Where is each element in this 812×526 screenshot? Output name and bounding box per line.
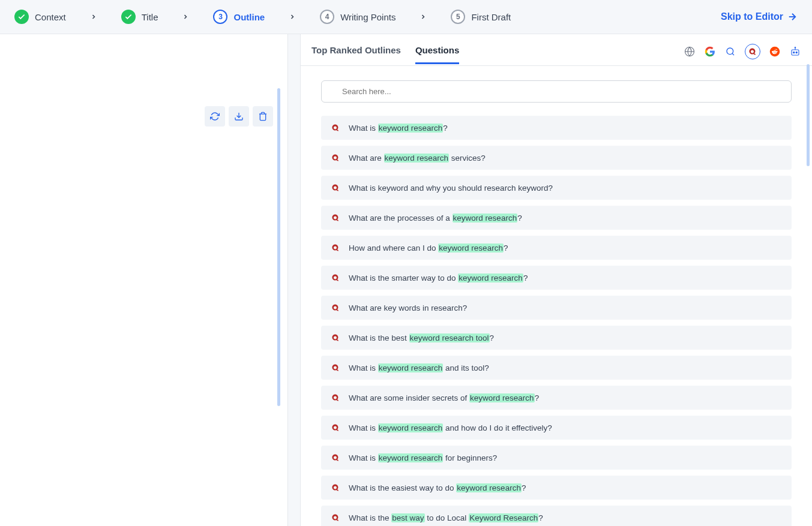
svg-point-4: [727, 48, 733, 55]
tab-questions[interactable]: Questions: [415, 45, 459, 64]
tabs: Top Ranked Outlines Questions: [311, 45, 684, 64]
chevron-right-icon: [289, 13, 296, 20]
quora-q-icon: [331, 183, 340, 193]
question-text: What are some insider secrets of keyword…: [349, 393, 539, 402]
source-filter-icons: [684, 44, 801, 65]
quora-q-icon: [331, 363, 340, 372]
question-text: What is keyword research and how do I do…: [349, 423, 552, 432]
step-label: Outline: [233, 12, 265, 22]
delete-button[interactable]: [253, 106, 273, 127]
check-icon: [121, 10, 136, 24]
trash-icon: [258, 112, 268, 121]
download-icon: [234, 112, 244, 121]
quora-q-icon: [331, 153, 340, 163]
outline-actions: [205, 106, 273, 127]
quora-q-icon: [331, 123, 340, 133]
search-input[interactable]: [321, 80, 792, 103]
quora-q-icon: [331, 243, 340, 253]
quora-q-icon: [331, 453, 340, 462]
question-text: What is keyword research and its tool?: [349, 363, 489, 372]
question-item[interactable]: What is keyword and why you should resea…: [321, 176, 792, 200]
question-text: What is the best keyword research tool?: [349, 333, 494, 342]
step-label: Writing Points: [340, 12, 395, 22]
question-item[interactable]: How and where can I do keyword research?: [321, 236, 792, 260]
scrollbar[interactable]: [277, 88, 280, 406]
question-text: What is keyword research for beginners?: [349, 453, 497, 462]
question-item[interactable]: What are keyword research services?: [321, 146, 792, 170]
quora-q-icon: [331, 213, 340, 223]
download-button[interactable]: [229, 106, 249, 127]
step-label: First Draft: [471, 12, 511, 22]
step-writing-points[interactable]: 4 Writing Points: [320, 10, 395, 24]
svg-line-5: [732, 53, 734, 55]
question-text: What is keyword and why you should resea…: [349, 184, 553, 193]
main-content: Top Ranked Outlines Questions: [0, 34, 812, 526]
stepper-header: Context Title 3 Outline 4 Writing Points: [0, 0, 812, 34]
question-item[interactable]: What is the best keyword research tool?: [321, 326, 792, 350]
question-text: What is the easiest way to do keyword re…: [349, 483, 526, 492]
refresh-icon: [210, 112, 220, 121]
question-text: What are keyword research services?: [349, 154, 486, 163]
skip-label: Skip to Editor: [721, 11, 783, 22]
quora-q-icon: [331, 393, 340, 402]
question-list: What is keyword research?What are keywor…: [321, 116, 792, 526]
step-label: Title: [142, 12, 158, 22]
step-context[interactable]: Context: [14, 10, 66, 24]
scrollbar[interactable]: [807, 64, 810, 166]
step-number: 4: [320, 10, 334, 24]
quora-q-icon: [331, 273, 340, 282]
chevron-right-icon: [90, 13, 97, 20]
question-text: What is keyword research?: [349, 124, 448, 133]
question-text: What are key words in research?: [349, 303, 467, 312]
research-pane: Top Ranked Outlines Questions: [300, 34, 812, 526]
question-item[interactable]: What is keyword research?: [321, 116, 792, 140]
svg-rect-7: [792, 50, 799, 55]
svg-point-8: [793, 52, 795, 53]
arrow-right-icon: [787, 11, 798, 22]
globe-icon[interactable]: [684, 46, 696, 58]
step-outline[interactable]: 3 Outline: [213, 10, 265, 24]
quora-q-icon: [331, 333, 340, 342]
svg-point-11: [795, 47, 796, 49]
question-item[interactable]: What is keyword research and how do I do…: [321, 416, 792, 440]
questions-content: What is keyword research?What are keywor…: [301, 66, 812, 526]
question-item[interactable]: What is keyword research for beginners?: [321, 446, 792, 470]
quora-icon[interactable]: [745, 44, 760, 59]
question-item[interactable]: What are key words in research?: [321, 296, 792, 320]
reddit-icon[interactable]: [769, 46, 781, 58]
chevron-right-icon: [420, 13, 427, 20]
question-item[interactable]: What is the best way to do Local Keyword…: [321, 506, 792, 526]
question-item[interactable]: What are some insider secrets of keyword…: [321, 386, 792, 410]
step-label: Context: [35, 12, 66, 22]
check-icon: [14, 10, 29, 24]
refresh-button[interactable]: [205, 106, 225, 127]
search-source-icon[interactable]: [724, 46, 736, 58]
steps-container: Context Title 3 Outline 4 Writing Points: [14, 10, 721, 24]
question-text: How and where can I do keyword research?: [349, 244, 508, 253]
step-number: 5: [451, 10, 465, 24]
robot-icon[interactable]: [789, 46, 801, 58]
question-item[interactable]: What is the smarter way to do keyword re…: [321, 266, 792, 290]
chevron-right-icon: [182, 13, 189, 20]
question-text: What is the smarter way to do keyword re…: [349, 273, 528, 282]
skip-to-editor-button[interactable]: Skip to Editor: [721, 11, 798, 22]
question-item[interactable]: What is the easiest way to do keyword re…: [321, 476, 792, 500]
step-number: 3: [213, 10, 227, 24]
tab-top-ranked-outlines[interactable]: Top Ranked Outlines: [311, 45, 401, 64]
question-item[interactable]: What are the processes of a keyword rese…: [321, 206, 792, 230]
svg-point-9: [796, 52, 797, 53]
quora-q-icon: [331, 483, 340, 492]
quora-q-icon: [331, 303, 340, 312]
question-text: What are the processes of a keyword rese…: [349, 214, 522, 223]
google-icon[interactable]: [704, 46, 716, 58]
search-wrap: [321, 80, 792, 103]
step-first-draft[interactable]: 5 First Draft: [451, 10, 511, 24]
outline-editor-pane: [0, 34, 288, 526]
quora-q-icon: [331, 423, 340, 432]
question-item[interactable]: What is keyword research and its tool?: [321, 356, 792, 380]
tabs-row: Top Ranked Outlines Questions: [301, 34, 812, 66]
question-text: What is the best way to do Local Keyword…: [349, 513, 543, 522]
quora-q-icon: [331, 513, 340, 522]
step-title[interactable]: Title: [121, 10, 158, 24]
